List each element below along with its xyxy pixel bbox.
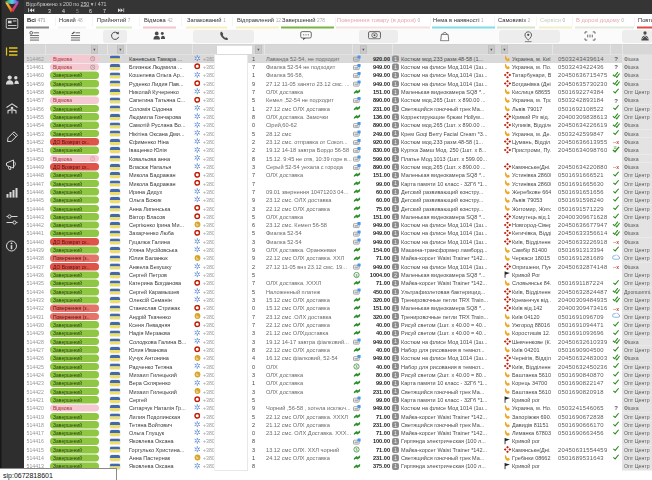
svg-text:lc: lc bbox=[196, 356, 199, 360]
svg-text:lc: lc bbox=[196, 257, 199, 261]
svg-text:lc: lc bbox=[196, 223, 199, 227]
svg-text:lc: lc bbox=[196, 315, 199, 319]
svg-text:lc: lc bbox=[196, 373, 199, 377]
svg-text:lc: lc bbox=[196, 390, 199, 394]
svg-text:lc: lc bbox=[196, 456, 199, 460]
